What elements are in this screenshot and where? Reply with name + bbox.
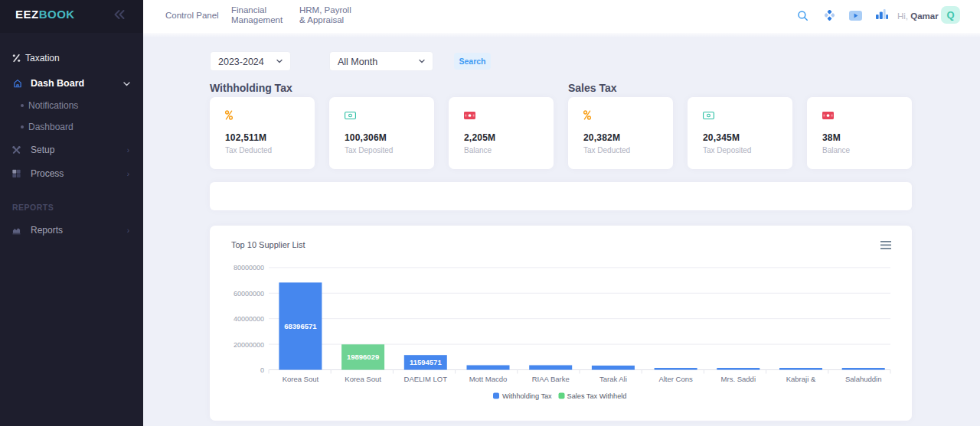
svg-text:11594571: 11594571 [410,358,442,366]
svg-text:0: 0 [260,366,264,374]
svg-text:Korea Sout: Korea Sout [283,375,319,383]
svg-text:40000000: 40000000 [234,315,264,323]
svg-text:Withholding Tax: Withholding Tax [502,392,552,400]
svg-text:20000000: 20000000 [234,341,264,349]
svg-text:80000000: 80000000 [234,264,264,272]
svg-text:68396571: 68396571 [284,322,317,330]
svg-text:Salahuddin: Salahuddin [845,375,882,383]
svg-text:Sales Tax Withheld: Sales Tax Withheld [567,392,627,400]
svg-text:RIAA Barke: RIAA Barke [532,375,570,383]
svg-text:Korea Sout: Korea Sout [345,375,381,383]
svg-text:19896029: 19896029 [347,353,379,361]
svg-text:Tarak Ali: Tarak Ali [599,375,627,383]
svg-text:Alter Cons: Alter Cons [658,375,693,383]
svg-text:60000000: 60000000 [234,290,264,298]
svg-text:Kabraji &: Kabraji & [786,375,816,383]
svg-text:Mott Macdo: Mott Macdo [469,375,508,383]
svg-text:DAELIM LOT: DAELIM LOT [404,375,448,383]
svg-text:Mrs. Saddi: Mrs. Saddi [721,375,756,383]
